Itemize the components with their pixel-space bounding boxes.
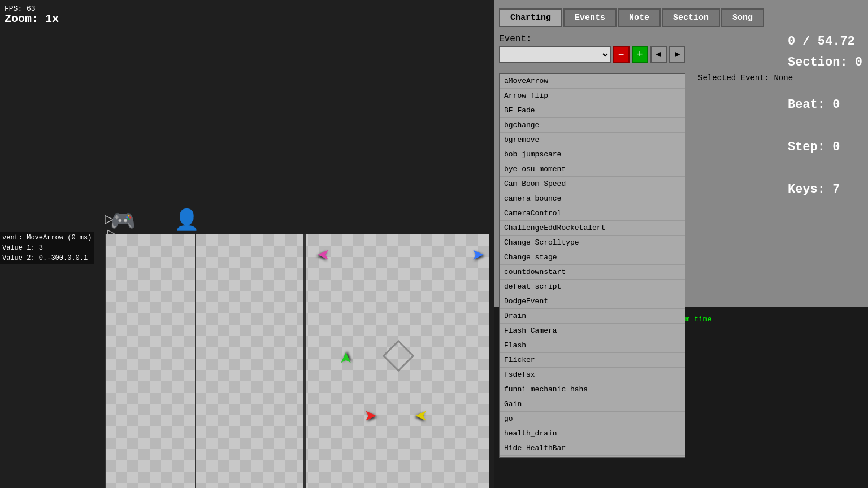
add-event-button[interactable]: + (632, 46, 648, 63)
position-stat: 0 / 54.72 (788, 31, 862, 52)
event-info-overlay: vent: MoveArrow (0 ms) Value 1: 3 Value … (0, 232, 94, 264)
dropdown-item[interactable]: ChallengeEddRocketalert (500, 221, 685, 236)
arrow-diamond[interactable] (383, 340, 415, 372)
dropdown-item[interactable]: Hide_HealthBar (500, 441, 685, 456)
dropdown-item[interactable]: countdownstart (500, 265, 685, 280)
dropdown-item[interactable]: Change_stage (500, 250, 685, 265)
fps-counter: FPS: 63 (5, 5, 36, 13)
remove-event-button[interactable]: − (613, 46, 630, 63)
step-stat: Step: 0 (788, 137, 862, 158)
grid-line (195, 234, 196, 488)
dropdown-item[interactable]: camera bounce (500, 191, 685, 206)
arrow-pink-left[interactable]: ➤ (316, 243, 329, 269)
grid-line (303, 234, 305, 488)
event-label: Event: (499, 34, 685, 44)
dropdown-item[interactable]: Flash (500, 338, 685, 353)
section-stat: Section: 0 (788, 52, 862, 73)
arrow-blue-right[interactable]: ➤ (472, 243, 485, 269)
arrow-yellow-left[interactable]: ➤ (414, 404, 427, 430)
dropdown-item[interactable]: Image Flash (500, 456, 685, 457)
prev-event-button[interactable]: ◄ (650, 46, 667, 63)
selected-event-text: Selected Event: None (698, 73, 793, 82)
grid-line (105, 234, 106, 488)
stats-panel: 0 / 54.72 Section: 0 Beat: 0 Step: 0 Key… (788, 31, 862, 200)
tab-note[interactable]: Note (618, 8, 661, 27)
dropdown-item[interactable]: defeat script (500, 280, 685, 294)
dropdown-item[interactable]: Gain (500, 397, 685, 412)
keys-stat: Keys: 7 (788, 179, 862, 200)
tabs-bar: Charting Events Note Section Song (499, 8, 764, 27)
dropdown-item[interactable]: BF Fade (500, 103, 685, 118)
dropdown-item[interactable]: fsdefsx (500, 368, 685, 382)
zoom-level: Zoom: 1x (5, 12, 59, 25)
event-panel: Event: − + ◄ ► (499, 34, 685, 63)
tab-song[interactable]: Song (721, 8, 764, 27)
next-event-button[interactable]: ► (669, 46, 685, 63)
chart-grid[interactable]: ➤ ➤ ➤ ➤ ➤ (105, 234, 489, 488)
right-panel: Charting Events Note Section Song Event:… (494, 0, 868, 488)
tab-events[interactable]: Events (563, 8, 617, 27)
tab-charting[interactable]: Charting (499, 8, 562, 27)
dropdown-item[interactable]: Arrow flip (500, 89, 685, 103)
dropdown-item[interactable]: bgchange (500, 118, 685, 133)
arrow-red-right[interactable]: ➤ (364, 404, 377, 430)
game-area: FPS: 63 Zoom: 1x vent: MoveArrow (0 ms) … (0, 0, 494, 488)
dropdown-item[interactable]: go (500, 412, 685, 426)
dropdown-item[interactable]: CameraControl (500, 206, 685, 221)
dropdown-item[interactable]: Cam Boom Speed (500, 177, 685, 191)
dropdown-item[interactable]: aMoveArrow (500, 74, 685, 89)
beat-stat: Beat: 0 (788, 94, 862, 115)
dropdown-item[interactable]: DodgeEvent (500, 294, 685, 309)
dropdown-item[interactable]: bgremove (500, 133, 685, 147)
dropdown-item[interactable]: health_drain (500, 426, 685, 441)
dropdown-item[interactable]: bye osu moment (500, 162, 685, 177)
grid-line (305, 234, 306, 488)
event-dropdown-list[interactable]: aMoveArrowArrow flipBF Fadebgchangebgrem… (499, 73, 685, 457)
event-line1: vent: MoveArrow (0 ms) (2, 234, 92, 242)
character-icon-right: 👤 (174, 208, 199, 233)
tab-section[interactable]: Section (662, 8, 720, 27)
event-line2: Value 1: 3 (2, 244, 43, 252)
dropdown-item[interactable]: Drain (500, 309, 685, 324)
dropdown-item[interactable]: Flicker (500, 353, 685, 368)
arrow-green-up[interactable]: ➤ (334, 351, 360, 364)
dropdown-item[interactable]: funni mechanic haha (500, 382, 685, 397)
event-dropdown-row: − + ◄ ► (499, 46, 685, 63)
dropdown-item[interactable]: Flash Camera (500, 324, 685, 338)
dropdown-item[interactable]: Change Scrolltype (500, 236, 685, 250)
event-select[interactable] (499, 46, 611, 63)
character-icon-left: 🎮 (110, 209, 136, 234)
dropdown-item[interactable]: bob jumpscare (500, 147, 685, 162)
event-line3: Value 2: 0.-300.0.0.1 (2, 254, 88, 262)
